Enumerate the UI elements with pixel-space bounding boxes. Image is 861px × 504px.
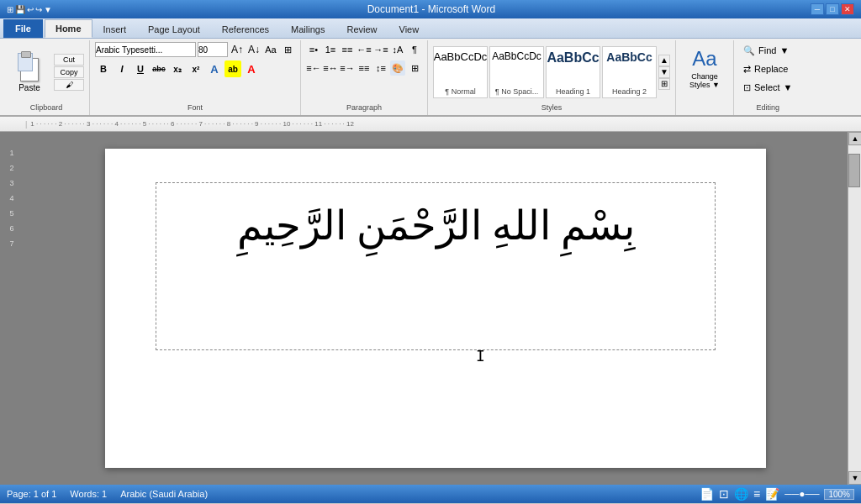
ruler-marks: | 1 · · · · · · 2 · · · · · · 3 · · · · … xyxy=(25,120,861,129)
more-quick-btn[interactable]: ▼ xyxy=(44,5,52,14)
scroll-down-button[interactable]: ▼ xyxy=(848,471,861,485)
margin-num-7: 7 xyxy=(0,236,24,251)
scroll-thumb[interactable] xyxy=(848,154,860,187)
cut-button[interactable]: Cut xyxy=(54,54,84,66)
text-box[interactable]: بِسْمِ اللهِ الرَّحْمَنِ الرَّحِيمِ I xyxy=(156,182,716,350)
outline-button[interactable]: ≡ xyxy=(753,487,760,501)
align-right-button[interactable]: ≡→ xyxy=(340,60,355,76)
document-area: 1 2 3 4 5 6 7 بِسْمِ اللهِ الرَّحْمَنِ ا… xyxy=(0,132,861,485)
subscript-button[interactable]: x₂ xyxy=(169,60,186,77)
decrease-indent-button[interactable]: ←≡ xyxy=(357,42,372,57)
align-center-button[interactable]: ≡↔ xyxy=(323,60,338,76)
tab-mailings[interactable]: Mailings xyxy=(280,19,335,38)
borders-button[interactable]: ⊞ xyxy=(407,60,422,76)
underline-button[interactable]: U xyxy=(132,60,149,77)
scroll-up-button[interactable]: ▲ xyxy=(848,132,861,145)
minimize-button[interactable]: ─ xyxy=(811,3,824,15)
styles-label: Styles xyxy=(433,103,670,113)
margin-num-1: 1 xyxy=(0,145,24,160)
tab-view[interactable]: View xyxy=(388,19,430,38)
font-group: A↑ A↓ Aa ⊞ B I U abc x₂ x² A ab A Font xyxy=(90,40,301,115)
justify-button[interactable]: ≡≡ xyxy=(357,60,372,76)
shrink-font-button[interactable]: A↓ xyxy=(246,42,261,57)
paragraph-label: Paragraph xyxy=(306,103,422,113)
clipboard-label: Clipboard xyxy=(8,103,84,113)
highlight-button[interactable]: ab xyxy=(224,60,241,77)
font-size-input[interactable] xyxy=(198,42,228,57)
editing-controls: 🔍 Find ▼ ⇄ Replace ⊡ Select ▼ xyxy=(739,42,796,102)
font-color-button[interactable]: A xyxy=(243,60,260,77)
restore-button[interactable]: □ xyxy=(826,3,839,15)
find-button[interactable]: 🔍 Find ▼ xyxy=(739,42,793,59)
language-indicator[interactable]: Arabic (Saudi Arabia) xyxy=(120,489,208,499)
tab-references[interactable]: References xyxy=(211,19,280,38)
word-icon: ⊞ xyxy=(7,5,13,14)
tab-insert[interactable]: Insert xyxy=(92,19,138,38)
styles-scroll-more[interactable]: ⊞ xyxy=(658,78,670,90)
superscript-button[interactable]: x² xyxy=(188,60,204,77)
copy-button[interactable]: Copy xyxy=(54,66,84,78)
margin-num-5: 5 xyxy=(0,206,24,221)
bold-button[interactable]: B xyxy=(95,60,112,77)
sort-button[interactable]: ↕A xyxy=(390,42,405,57)
tab-file[interactable]: File xyxy=(3,19,43,38)
line-spacing-button[interactable]: ↕≡ xyxy=(373,60,388,76)
page-info: Page: 1 of 1 xyxy=(7,489,56,499)
zoom-level[interactable]: 100% xyxy=(824,489,854,500)
change-styles-label: ChangeStyles ▼ xyxy=(683,72,726,89)
tab-home[interactable]: Home xyxy=(45,19,92,38)
document-scroll-area[interactable]: بِسْمِ اللهِ الرَّحْمَنِ الرَّحِيمِ I xyxy=(24,132,848,485)
shading-button[interactable]: 🎨 xyxy=(390,60,405,76)
clipboard-small-buttons: Cut Copy 🖌 xyxy=(54,54,84,91)
show-formatting-button[interactable]: ¶ xyxy=(407,42,422,57)
strikethrough-button[interactable]: abc xyxy=(151,60,167,77)
ruler-numbers: 1 · · · · · · 2 · · · · · · 3 · · · · · … xyxy=(30,120,354,128)
paste-label: Paste xyxy=(18,83,40,92)
font-dialog-button[interactable]: ⊞ xyxy=(280,42,295,57)
styles-scroll-up[interactable]: ▲ xyxy=(658,55,670,66)
scroll-track[interactable] xyxy=(848,145,861,471)
select-icon: ⊡ xyxy=(743,82,751,93)
style-heading1[interactable]: AaBbCc Heading 1 xyxy=(546,46,600,98)
print-layout-button[interactable]: 📄 xyxy=(700,487,714,501)
fullscreen-button[interactable]: ⊡ xyxy=(719,487,729,501)
vertical-scrollbar[interactable]: ▲ ▼ xyxy=(848,132,861,485)
font-bottom-row: B I U abc x₂ x² A ab A xyxy=(95,60,260,77)
paste-button[interactable]: Paste xyxy=(8,47,50,97)
styles-scroll-down[interactable]: ▼ xyxy=(658,66,670,78)
style-normal[interactable]: AaBbCcDc ¶ Normal xyxy=(433,46,488,98)
style-h2-preview: AaBbCc xyxy=(606,50,652,64)
select-button[interactable]: ⊡ Select ▼ xyxy=(739,79,796,96)
margin-num-2: 2 xyxy=(0,160,24,176)
window-controls: ─ □ ✕ xyxy=(811,3,854,15)
style-normal-label: ¶ Normal xyxy=(445,87,475,96)
grow-font-button[interactable]: A↑ xyxy=(230,42,245,57)
select-dropdown-icon: ▼ xyxy=(784,82,793,92)
clear-format-button[interactable]: Aa xyxy=(263,42,278,57)
tab-review[interactable]: Review xyxy=(335,19,388,38)
change-styles-button[interactable]: Aa ChangeStyles ▼ xyxy=(679,42,730,94)
text-effects-button[interactable]: A xyxy=(206,60,223,77)
numbering-button[interactable]: 1≡ xyxy=(323,42,338,57)
close-button[interactable]: ✕ xyxy=(841,3,854,15)
format-painter-button[interactable]: 🖌 xyxy=(54,79,84,91)
increase-indent-button[interactable]: →≡ xyxy=(373,42,388,57)
save-quick-btn[interactable]: 💾 xyxy=(15,5,25,14)
undo-quick-btn[interactable]: ↩ xyxy=(27,5,34,14)
style-nospace[interactable]: AaBbCcDc ¶ No Spaci... xyxy=(489,46,544,98)
replace-button[interactable]: ⇄ Replace xyxy=(739,60,792,77)
draft-button[interactable]: 📝 xyxy=(765,487,779,501)
bullets-button[interactable]: ≡• xyxy=(306,42,321,57)
font-name-input[interactable] xyxy=(95,42,196,57)
style-heading2[interactable]: AaBbCc Heading 2 xyxy=(602,46,657,98)
document-page[interactable]: بِسْمِ اللهِ الرَّحْمَنِ الرَّحِيمِ I xyxy=(105,149,766,468)
style-h1-preview: AaBbCc xyxy=(547,50,599,66)
tab-pagelayout[interactable]: Page Layout xyxy=(137,19,211,38)
zoom-slider[interactable]: ──●── xyxy=(784,488,819,500)
redo-quick-btn[interactable]: ↪ xyxy=(35,5,42,14)
web-layout-button[interactable]: 🌐 xyxy=(734,487,748,501)
italic-button[interactable]: I xyxy=(114,60,130,77)
multilevel-button[interactable]: ≡≡ xyxy=(340,42,355,57)
align-left-button[interactable]: ≡← xyxy=(306,60,321,76)
word-count: Words: 1 xyxy=(70,489,107,499)
